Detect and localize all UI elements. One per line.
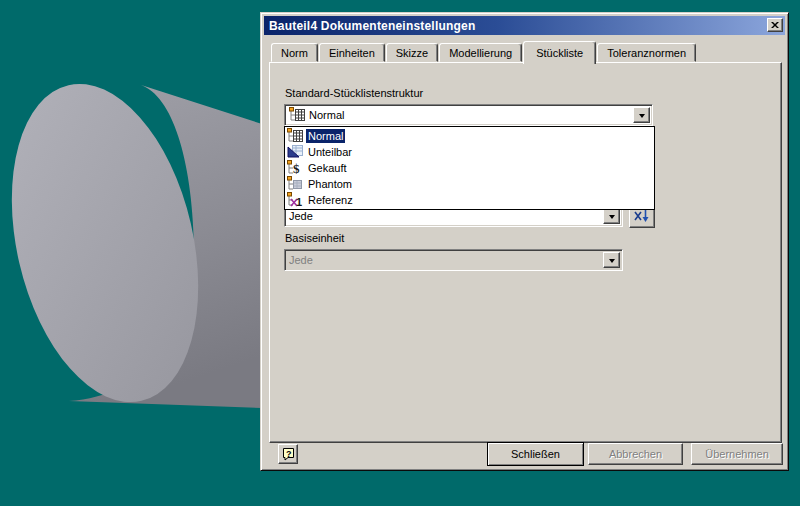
close-icon (771, 22, 779, 29)
base-unit-combobox: Jede (284, 249, 623, 271)
tab-einheiten[interactable]: Einheiten (319, 43, 385, 62)
quantity-dropdown-button[interactable] (603, 208, 620, 224)
tab-norm[interactable]: Norm (271, 43, 318, 62)
tab-toleranznormen[interactable]: Toleranznormen (597, 43, 696, 62)
close-button[interactable] (767, 18, 783, 32)
close-dialog-button[interactable]: Schließen (487, 442, 584, 466)
apply-button: Übernehmen (691, 443, 783, 465)
tab-modellierung[interactable]: Modellierung (439, 43, 522, 62)
list-item-unteilbar[interactable]: Unteilbar (285, 144, 654, 160)
list-item-phantom[interactable]: Phantom (285, 176, 654, 192)
bom-phantom-icon (287, 176, 303, 192)
bom-inseparable-icon (287, 144, 303, 160)
base-unit-dropdown-button (603, 252, 620, 268)
bom-structure-dropdown-button[interactable] (633, 107, 650, 123)
desktop: { "colors": { "desktop": "#006A6A", "tit… (0, 0, 800, 506)
cancel-button: Abbrechen (588, 443, 683, 465)
bom-structure-combobox[interactable]: Normal (284, 104, 653, 126)
bom-structure-value: Normal (309, 109, 344, 121)
bom-normal-icon (289, 107, 305, 123)
chevron-down-icon (639, 114, 645, 121)
list-item-referenz[interactable]: 1 Referenz (285, 192, 654, 208)
tab-strip: Norm Einheiten Skizze Modellierung Stück… (271, 41, 697, 62)
dialog-title: Bauteil4 Dokumenteneinstellungen (269, 19, 475, 33)
svg-text:1: 1 (296, 196, 302, 208)
base-unit-value: Jede (289, 254, 313, 266)
titlebar[interactable]: Bauteil4 Dokumenteneinstellungen (264, 16, 785, 35)
bom-structure-label: Standard-Stücklistenstruktur (285, 87, 423, 99)
chevron-down-icon (609, 215, 615, 222)
help-icon: ? (282, 448, 295, 461)
svg-text:$: $ (293, 161, 300, 176)
quantity-value: Jede (289, 210, 313, 222)
bom-normal-icon (287, 128, 303, 144)
bom-structure-listbox: Normal Unteilbar $ Gekauft (284, 126, 655, 210)
svg-text:?: ? (286, 449, 292, 459)
tab-skizze[interactable]: Skizze (386, 43, 438, 62)
chevron-down-icon (609, 259, 615, 266)
tab-control: Norm Einheiten Skizze Modellierung Stück… (269, 41, 782, 443)
bom-purchased-icon: $ (287, 160, 303, 176)
help-button[interactable]: ? (278, 444, 298, 464)
tab-stueckliste[interactable]: Stückliste (523, 41, 596, 64)
list-item-gekauft[interactable]: $ Gekauft (285, 160, 654, 176)
list-item-normal[interactable]: Normal (285, 128, 654, 144)
document-settings-dialog: Bauteil4 Dokumenteneinstellungen Norm Ei… (260, 12, 789, 471)
cad-viewport-cylinder (0, 0, 262, 506)
base-unit-label: Basiseinheit (285, 232, 344, 244)
bom-reference-icon: 1 (287, 192, 303, 208)
